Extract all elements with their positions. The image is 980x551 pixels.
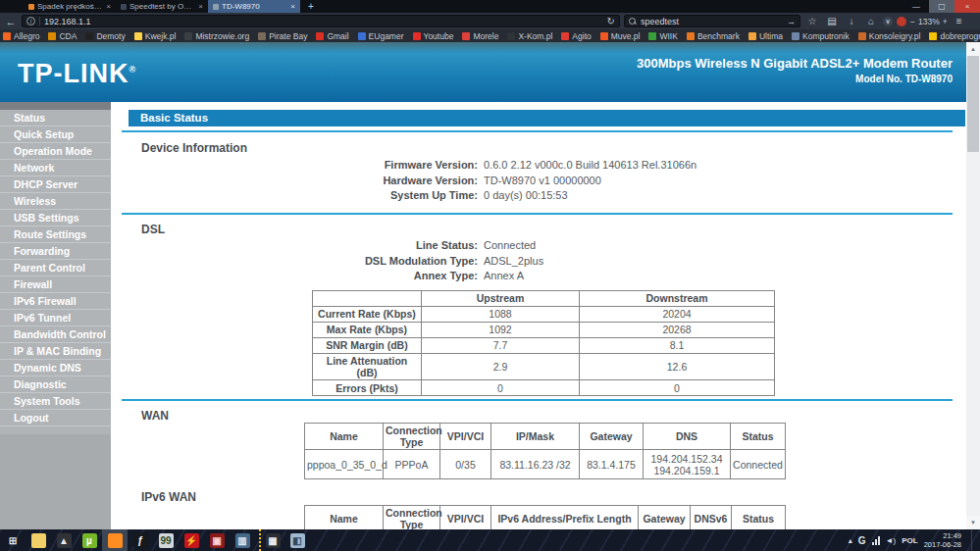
adblock-icon[interactable] <box>897 17 906 26</box>
search-input[interactable]: speedtest → <box>624 15 800 27</box>
search-value[interactable]: speedtest <box>641 17 679 26</box>
bookmark-item[interactable]: Agito <box>561 31 591 41</box>
sidebar-item[interactable]: Operation Mode <box>0 143 111 160</box>
downloads-icon[interactable]: ↓ <box>844 16 859 26</box>
bookmark-item[interactable]: Konsoleigry.pl <box>858 31 921 41</box>
lightning-app-icon[interactable]: ⚡ <box>179 529 204 551</box>
bookmark-item[interactable]: EUgamer <box>358 31 404 41</box>
site-info-icon[interactable]: i <box>26 17 35 25</box>
zoom-in-button[interactable]: + <box>943 17 948 26</box>
sidebar-item[interactable]: Network <box>0 160 111 176</box>
bookmark-item[interactable]: dobreprogramy <box>929 31 980 41</box>
bookmark-item[interactable]: Komputronik <box>792 31 850 41</box>
bookmark-item[interactable]: Pirate Bay <box>258 31 307 41</box>
network-icon[interactable] <box>872 536 880 545</box>
library-icon[interactable]: ▤ <box>824 16 840 26</box>
start-button[interactable]: ⊞ <box>0 529 26 551</box>
sidebar-item[interactable]: Logout <box>0 410 111 426</box>
bookmark-item[interactable]: Kwejk.pl <box>134 31 177 41</box>
zoom-out-button[interactable]: − <box>910 17 915 26</box>
page-scrollbar[interactable]: ▲ ▼ <box>966 42 980 529</box>
taskbar-clock[interactable]: 21:49 2017-06-28 <box>924 531 961 549</box>
red-window-app-icon[interactable]: ▣ <box>204 529 230 551</box>
bookmark-label: Kwejk.pl <box>145 31 177 41</box>
foobar2000-icon[interactable]: ƒ <box>128 529 153 551</box>
sidebar-item[interactable]: Diagnostic <box>0 376 111 393</box>
corsair-icon[interactable]: ▲ <box>51 529 77 551</box>
bookmark-item[interactable]: Benchmark <box>687 31 740 41</box>
wan-table-header-cell: Gateway <box>580 424 644 450</box>
reload-icon[interactable]: ↻ <box>607 16 615 26</box>
bookmark-item[interactable]: Mistrzowie.org <box>184 31 249 41</box>
logitech-g-icon[interactable]: G <box>858 535 866 546</box>
new-tab-button[interactable]: + <box>300 0 322 13</box>
sidebar-item[interactable]: Dynamic DNS <box>0 360 111 376</box>
search-go-icon[interactable]: → <box>787 17 796 26</box>
bookmark-item[interactable]: Allegro <box>3 31 39 41</box>
taskbar: ⊞ ▲ µ ƒ 99 <box>0 529 980 551</box>
sidebar-item[interactable]: Quick Setup <box>0 126 111 143</box>
home-icon[interactable]: ⌂ <box>863 16 879 26</box>
sidebar-item[interactable]: IPv6 Tunnel <box>0 310 111 326</box>
bookmark-item[interactable]: Muve.pl <box>600 31 641 41</box>
tab-title: Spadek prędkości po przeci <box>37 2 103 11</box>
sidebar-item[interactable]: Bandwidth Control <box>0 326 111 343</box>
bookmark-item[interactable]: CDA <box>48 31 77 41</box>
bookmark-item[interactable]: WIIK <box>648 31 677 41</box>
file-explorer-icon[interactable] <box>26 529 51 551</box>
pocket-icon[interactable]: ∨ <box>883 17 893 26</box>
info-value: 0.6.0 2.12 v000c.0 Build 140613 Rel.3106… <box>484 158 696 174</box>
tab-close-icon[interactable]: × <box>106 2 111 11</box>
browser-tab[interactable]: Spadek prędkości po przeci × <box>24 0 116 13</box>
browser-tab[interactable]: TD-W8970 × <box>208 0 300 13</box>
sidebar-item[interactable]: USB Settings <box>0 210 111 226</box>
media-converter-icon[interactable]: ▦ <box>259 529 284 551</box>
utorrent-icon[interactable]: µ <box>77 529 102 551</box>
ipv6-wan-header-cell: Connection Type <box>384 506 440 530</box>
firefox-icon[interactable] <box>102 529 128 551</box>
tab-close-icon[interactable]: × <box>198 2 203 11</box>
wan-table-header-cell: Name <box>305 424 384 450</box>
speedfan-99-icon[interactable]: 99 <box>153 529 179 551</box>
bookmark-star-icon[interactable]: ☆ <box>804 16 820 26</box>
app-window-icon[interactable]: ◧ <box>284 529 310 551</box>
language-indicator[interactable]: POL <box>902 536 917 545</box>
bookmark-label: Gmail <box>327 31 348 41</box>
zoom-level[interactable]: 133% <box>918 17 940 26</box>
show-desktop-button[interactable] <box>971 529 976 551</box>
sidebar-item[interactable]: System Tools <box>0 393 111 410</box>
dsl-upstream-value: 0 <box>422 380 580 396</box>
bookmark-item[interactable]: Demoty <box>85 31 125 41</box>
sidebar-item[interactable]: DHCP Server <box>0 176 111 193</box>
back-icon[interactable]: ← <box>4 16 18 27</box>
sidebar-item[interactable]: IP & MAC Binding <box>0 343 111 360</box>
window-close-button[interactable]: × <box>954 0 980 13</box>
sidebar-item[interactable]: Status <box>0 110 111 126</box>
bookmark-item[interactable]: Morele <box>462 31 498 41</box>
scroll-up-arrow-icon[interactable]: ▲ <box>966 42 980 56</box>
menu-hamburger-icon[interactable]: ≡ <box>952 16 967 26</box>
window-maximize-button[interactable]: ▢ <box>929 0 954 13</box>
sidebar-item[interactable]: Wireless <box>0 193 111 210</box>
scroll-down-arrow-icon[interactable]: ▼ <box>966 516 980 529</box>
bookmark-item[interactable]: Ultima <box>748 31 783 41</box>
sidebar-item[interactable]: Route Settings <box>0 226 111 243</box>
wan-dns: 194.204.152.34 194.204.159.1 <box>644 450 731 479</box>
browser-tab[interactable]: Speedtest by Ookla - The G × <box>116 0 208 13</box>
address-bar[interactable]: i 192.168.1.1 ↻ <box>22 15 620 27</box>
scrollbar-thumb[interactable] <box>967 56 979 152</box>
sidebar-item[interactable]: Firewall <box>0 276 111 293</box>
bookmark-item[interactable]: X-Kom.pl <box>507 31 552 41</box>
sidebar-item[interactable]: Parent Control <box>0 260 111 276</box>
sidebar-item[interactable]: Forwarding <box>0 243 111 260</box>
window-minimize-button[interactable]: — <box>903 0 929 13</box>
tray-expand-icon[interactable]: ▴ <box>849 536 852 545</box>
sidebar-item[interactable]: IPv6 Firewall <box>0 293 111 310</box>
url-text[interactable]: 192.168.1.1 <box>44 17 91 26</box>
remote-desktop-icon[interactable]: ▥ <box>230 529 255 551</box>
bookmark-item[interactable]: Youtube <box>413 31 454 41</box>
bookmark-favicon-icon <box>413 32 421 40</box>
volume-icon[interactable]: ◄) <box>886 536 897 545</box>
tab-close-icon[interactable]: × <box>290 2 295 11</box>
bookmark-item[interactable]: Gmail <box>316 31 348 41</box>
